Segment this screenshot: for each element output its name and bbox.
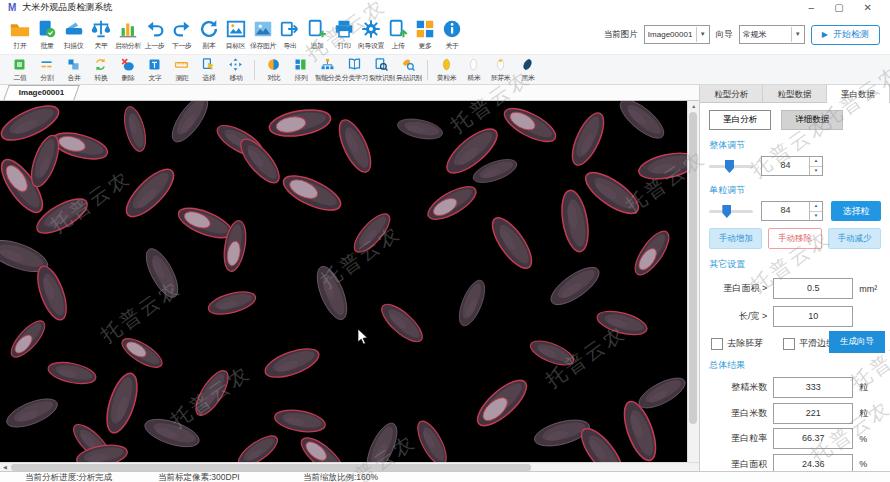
- select-button[interactable]: 选择: [195, 57, 222, 83]
- checkbox-icon: [711, 338, 723, 350]
- rice-grain-image: [0, 101, 689, 462]
- append-button[interactable]: 追加: [303, 18, 330, 51]
- target-area-button[interactable]: 目标区: [222, 18, 249, 51]
- overall-adjust-spinner[interactable]: 84 ▲▼: [761, 156, 823, 176]
- text-T-icon: [147, 57, 162, 72]
- chalky-analysis-button[interactable]: 垩白分析: [709, 110, 771, 130]
- chalky-area-label: 垩白面积 >: [709, 282, 767, 295]
- tab-垩白数据[interactable]: 垩白数据: [827, 85, 890, 103]
- folder-icon: [9, 18, 31, 40]
- overall-adjust-slider[interactable]: [709, 159, 753, 173]
- next-step-button[interactable]: 下一步: [168, 18, 195, 51]
- black-rice-button[interactable]: 黑米: [514, 57, 541, 83]
- result-value: 66.37: [773, 428, 853, 449]
- result-row: 垩白粒率66.37%: [709, 428, 881, 449]
- vertical-scrollbar[interactable]: ▲: [687, 101, 699, 462]
- doc-up-icon: [387, 18, 409, 40]
- grain-yellow-icon: [439, 57, 454, 72]
- binary-button[interactable]: 二值: [6, 57, 33, 83]
- manual-decrease-button[interactable]: 手动减少: [828, 228, 881, 249]
- toolbar-secondary: 二值分割合并转换删除文字测距选择移动对比排列智能分类分类学习裂纹识别异品识别黄粒…: [0, 54, 890, 85]
- length-width-input[interactable]: 10: [773, 306, 853, 327]
- print-button[interactable]: 打印: [330, 18, 357, 51]
- spinner-down-icon[interactable]: ▼: [810, 212, 822, 221]
- convert-button[interactable]: 转换: [87, 57, 114, 83]
- duplicate-button[interactable]: 副本: [195, 18, 222, 51]
- spinner-down-icon[interactable]: ▼: [810, 167, 822, 176]
- window-title: 大米外观品质检测系统: [22, 1, 112, 14]
- start-analysis-button[interactable]: 启动分析: [114, 18, 141, 51]
- crack-detection-button[interactable]: 裂纹识别: [368, 57, 395, 83]
- image-canvas[interactable]: ▲: [0, 101, 699, 462]
- gear-icon: [360, 18, 382, 40]
- smooth-edge-checkbox[interactable]: 平滑边缘: [783, 337, 835, 350]
- maximize-button[interactable]: ▢: [834, 0, 843, 15]
- wizard-label: 向导: [716, 29, 733, 41]
- single-adjust-spinner[interactable]: 84 ▲▼: [761, 201, 823, 221]
- horizontal-scrollbar[interactable]: ◀: [0, 462, 699, 471]
- close-button[interactable]: ✕: [864, 0, 872, 15]
- upload-button[interactable]: 上传: [384, 18, 411, 51]
- measure-button[interactable]: 测距: [168, 57, 195, 83]
- previous-step-button[interactable]: 上一步: [141, 18, 168, 51]
- scale-icon: [90, 18, 112, 40]
- manual-add-button[interactable]: 手动增加: [709, 228, 762, 249]
- vertical-scrollbar-thumb[interactable]: [689, 112, 697, 424]
- spinner-up-icon[interactable]: ▲: [810, 202, 822, 212]
- play-icon: ▶: [822, 30, 828, 39]
- wizard-select[interactable]: 常规米 ▼: [739, 25, 805, 44]
- export-button[interactable]: 导出: [276, 18, 303, 51]
- tab-粒型分析[interactable]: 粒型分析: [700, 85, 763, 103]
- segment-button[interactable]: 分割: [33, 57, 60, 83]
- open-button[interactable]: 打开: [6, 18, 33, 51]
- single-adjust-slider[interactable]: [709, 204, 753, 218]
- calibration-dpi-status: 当前标定像素:300DPI: [158, 472, 240, 482]
- start-detection-button[interactable]: ▶ 开始检测: [811, 25, 880, 45]
- checkbox-icon: [783, 338, 795, 350]
- slider-thumb[interactable]: [725, 160, 734, 173]
- about-button[interactable]: 关于: [438, 18, 465, 51]
- split-icon: [39, 57, 54, 72]
- result-row: 整精米数333粒: [709, 377, 881, 398]
- remove-germ-checkbox[interactable]: 去除胚芽: [711, 337, 763, 350]
- spinner-up-icon[interactable]: ▲: [810, 157, 822, 167]
- image-tab[interactable]: Image00001: [3, 85, 80, 100]
- smart-classify-button[interactable]: 智能分类: [314, 57, 341, 83]
- toolbar-separator: [427, 60, 428, 80]
- wizard-settings-button[interactable]: 向导设置: [357, 18, 384, 51]
- scanner-icon: [63, 18, 85, 40]
- text-button[interactable]: 文字: [141, 57, 168, 83]
- scanner-button[interactable]: 扫描仪: [60, 18, 87, 51]
- merge-button[interactable]: 合并: [60, 57, 87, 83]
- minimize-button[interactable]: –: [809, 0, 815, 15]
- generate-wizard-button[interactable]: 生成向导: [829, 331, 885, 353]
- zoom-ratio-status: 当前缩放比例:160%: [303, 472, 378, 482]
- save-image-button[interactable]: 保存图片: [249, 18, 276, 51]
- germ-rice-button[interactable]: 胚芽米: [487, 57, 514, 83]
- refresh-icon: [198, 18, 220, 40]
- batch-button[interactable]: 批量: [33, 18, 60, 51]
- current-image-select[interactable]: Image00001 ▼: [644, 25, 710, 44]
- select-grain-button[interactable]: 选择粒: [831, 201, 881, 221]
- slider-thumb[interactable]: [722, 205, 731, 218]
- tab-粒型数据[interactable]: 粒型数据: [763, 85, 826, 103]
- move-button[interactable]: 移动: [222, 57, 249, 83]
- more-button[interactable]: 更多: [411, 18, 438, 51]
- current-image-label: 当前图片: [604, 29, 638, 41]
- brown-rice-button[interactable]: 糙米: [460, 57, 487, 83]
- scroll-up-icon[interactable]: ▲: [688, 101, 699, 111]
- horizontal-scrollbar-thumb[interactable]: [11, 464, 531, 471]
- compare-button[interactable]: 对比: [260, 57, 287, 83]
- yellow-rice-button[interactable]: 黄粒米: [433, 57, 460, 83]
- classify-learning-button[interactable]: 分类学习: [341, 57, 368, 83]
- chalky-area-input[interactable]: 0.5: [773, 278, 853, 299]
- manual-remove-button[interactable]: 手动移除: [768, 228, 821, 249]
- bars-icon: [293, 57, 308, 72]
- other-settings-title: 其它设置: [709, 258, 881, 271]
- arrange-button[interactable]: 排列: [287, 57, 314, 83]
- detail-data-button[interactable]: 详细数据: [781, 110, 843, 130]
- grain-black-icon: [520, 57, 535, 72]
- delete-button[interactable]: 删除: [114, 57, 141, 83]
- foreign-detection-button[interactable]: 异品识别: [395, 57, 422, 83]
- balance-button[interactable]: 天平: [87, 18, 114, 51]
